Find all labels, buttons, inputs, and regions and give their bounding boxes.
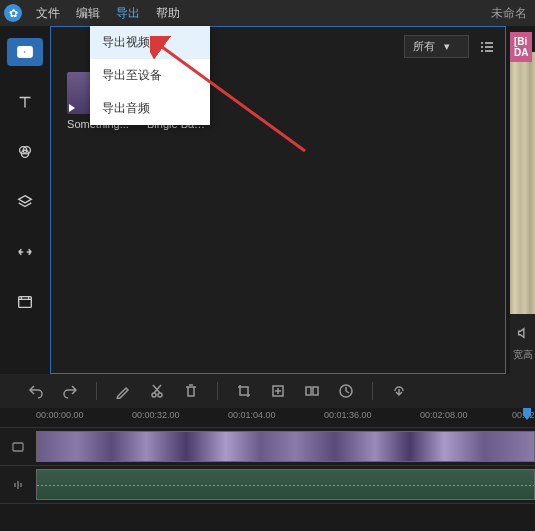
overlay-icon (16, 193, 34, 211)
menu-edit[interactable]: 编辑 (68, 1, 108, 26)
ruler-mark: 00:00:32.00 (132, 410, 180, 420)
transition-icon (16, 243, 34, 261)
preview-panel: [BiDA 宽高 (510, 26, 535, 374)
video-track-icon (11, 440, 25, 454)
svg-point-7 (158, 393, 162, 397)
tab-media[interactable] (7, 38, 43, 66)
track-headers (0, 428, 36, 504)
filter-label: 所有 (413, 40, 435, 52)
svg-rect-12 (13, 443, 23, 451)
export-dropdown: 导出视频 导出至设备 导出音频 (90, 26, 210, 125)
video-clip-bar[interactable] (36, 431, 535, 462)
speed-icon[interactable] (338, 383, 354, 399)
export-audio-item[interactable]: 导出音频 (90, 92, 210, 125)
ruler-mark: 00:01:36.00 (324, 410, 372, 420)
filter-select[interactable]: 所有 ▾ (404, 35, 469, 58)
timeline-ruler[interactable]: 00:00:00.00 00:00:32.00 00:01:04.00 00:0… (0, 408, 535, 428)
tab-overlay[interactable] (7, 188, 43, 216)
aspect-ratio-label: 宽高 (513, 348, 533, 362)
export-clip-icon[interactable] (391, 383, 407, 399)
svg-rect-10 (313, 387, 318, 395)
track-content (36, 428, 535, 504)
tab-elements[interactable] (7, 288, 43, 316)
media-icon (16, 43, 34, 61)
project-title: 未命名 (491, 5, 527, 22)
list-view-icon[interactable] (479, 41, 495, 53)
preview-controls: 宽高 (510, 314, 535, 374)
separator (96, 382, 97, 400)
tab-filters[interactable] (7, 138, 43, 166)
preview-badge: [BiDA (510, 32, 532, 62)
app-logo-icon (4, 4, 22, 22)
split-icon[interactable] (304, 383, 320, 399)
svg-rect-9 (306, 387, 311, 395)
add-marker-icon[interactable] (270, 383, 286, 399)
left-rail (0, 26, 50, 374)
cut-icon[interactable] (149, 383, 165, 399)
menubar: 文件 编辑 导出 帮助 未命名 (0, 0, 535, 26)
preview-viewport: [BiDA (510, 52, 535, 314)
speaker-icon[interactable] (516, 326, 530, 340)
ruler-mark: 00:02:08.00 (420, 410, 468, 420)
export-video-item[interactable]: 导出视频 (90, 26, 210, 59)
separator (217, 382, 218, 400)
svg-point-6 (152, 393, 156, 397)
edit-icon[interactable] (115, 383, 131, 399)
crop-icon[interactable] (236, 383, 252, 399)
menu-export[interactable]: 导出 (108, 1, 148, 26)
menu-file[interactable]: 文件 (28, 1, 68, 26)
audio-track[interactable] (36, 466, 535, 504)
main-row: 所有 ▾ Something... Bingle Ban... [BiDA 宽高 (0, 26, 535, 374)
video-track[interactable] (36, 428, 535, 466)
elements-icon (16, 293, 34, 311)
audio-clip-bar[interactable] (36, 469, 535, 500)
ruler-mark: 00:00:00.00 (36, 410, 84, 420)
timeline-toolbar (0, 374, 535, 408)
tab-transition[interactable] (7, 238, 43, 266)
chevron-down-icon: ▾ (444, 40, 450, 52)
tab-text[interactable] (7, 88, 43, 116)
audio-track-icon (11, 478, 25, 492)
audio-track-header[interactable] (0, 466, 36, 504)
delete-icon[interactable] (183, 383, 199, 399)
ruler-mark: 00:01:04.00 (228, 410, 276, 420)
filters-icon (16, 143, 34, 161)
undo-icon[interactable] (28, 383, 44, 399)
menu-help[interactable]: 帮助 (148, 1, 188, 26)
export-device-item[interactable]: 导出至设备 (90, 59, 210, 92)
play-icon (69, 104, 75, 112)
redo-icon[interactable] (62, 383, 78, 399)
text-icon (16, 93, 34, 111)
video-track-header[interactable] (0, 428, 36, 466)
svg-rect-5 (19, 297, 32, 308)
timeline-tracks (0, 428, 535, 504)
separator (372, 382, 373, 400)
